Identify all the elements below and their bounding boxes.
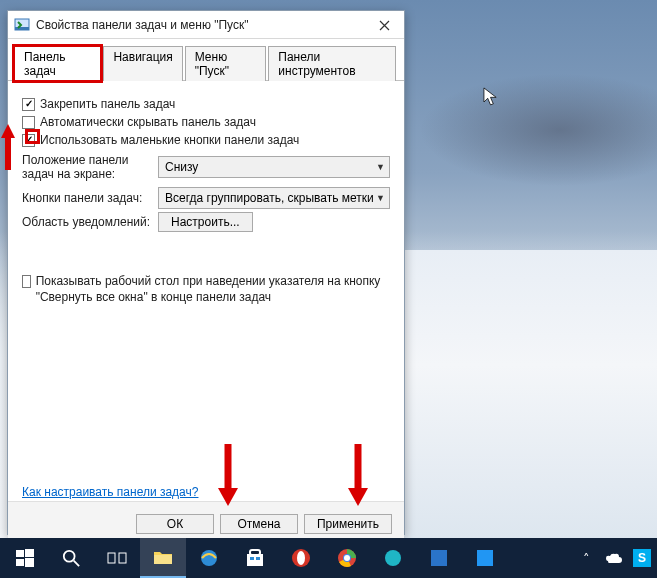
svg-line-7 [74,561,79,566]
svg-rect-2 [16,550,24,557]
taskbar[interactable]: ˄ S [0,538,657,578]
configure-button[interactable]: Настроить... [158,212,253,232]
taskbar-app-generic3[interactable] [462,538,508,578]
windows-logo-icon [16,549,34,567]
checkbox-lock-taskbar[interactable] [22,98,35,111]
titlebar[interactable]: Свойства панели задач и меню "Пуск" [8,11,404,39]
checkbox-label: Использовать маленькие кнопки панели зад… [40,133,299,147]
svg-rect-8 [108,553,115,563]
opera-icon [291,548,311,568]
task-view-button[interactable] [94,538,140,578]
svg-point-21 [385,550,401,566]
search-button[interactable] [48,538,94,578]
folder-icon [153,549,173,565]
tray-onedrive-icon[interactable] [605,549,623,567]
svg-rect-4 [16,559,24,566]
label-notify: Область уведомлений: [22,215,152,229]
select-value: Снизу [165,160,198,174]
close-button[interactable] [364,11,404,39]
help-link[interactable]: Как настраивать панели задач? [22,485,198,499]
checkbox-label: Показывать рабочий стол при наведении ук… [36,273,390,305]
tab-taskbar[interactable]: Панель задач [14,46,101,81]
checkbox-label: Автоматически скрывать панель задач [40,115,256,129]
window-title: Свойства панели задач и меню "Пуск" [36,18,249,32]
svg-rect-15 [256,557,260,560]
svg-rect-5 [25,558,34,567]
app-icon [383,548,403,568]
svg-rect-1 [15,27,29,30]
svg-rect-23 [477,550,493,566]
label-position: Положение панели задач на экране: [22,153,152,181]
svg-rect-10 [154,555,172,564]
desktop-wallpaper-lower [400,250,657,538]
svg-rect-14 [250,557,254,560]
select-buttons[interactable]: Всегда группировать, скрывать метки ▼ [158,187,390,209]
select-position[interactable]: Снизу ▼ [158,156,390,178]
checkbox-peek-desktop[interactable] [22,275,31,288]
tray-chevron-up-icon[interactable]: ˄ [577,549,595,567]
app-icon [14,17,30,33]
apply-button[interactable]: Применить [304,514,392,534]
svg-point-20 [344,555,350,561]
ok-button[interactable]: ОК [136,514,214,534]
app-icon [475,548,495,568]
start-button[interactable] [2,538,48,578]
tab-label: Меню "Пуск" [195,50,229,78]
taskbar-app-generic2[interactable] [416,538,462,578]
svg-point-17 [297,551,305,565]
svg-rect-9 [119,553,126,563]
cancel-button[interactable]: Отмена [220,514,298,534]
search-icon [62,549,80,567]
ie-icon [199,548,219,568]
close-icon [379,20,390,31]
checkbox-autohide[interactable] [22,116,35,129]
system-tray: ˄ S [577,549,655,567]
tray-skype-icon[interactable]: S [633,549,651,567]
tab-content: Закрепить панель задач Автоматически скр… [8,81,404,501]
label-buttons: Кнопки панели задач: [22,191,152,205]
tab-label: Панель задач [24,50,65,78]
taskbar-app-generic1[interactable] [370,538,416,578]
taskbar-app-chrome[interactable] [324,538,370,578]
annotation-outline [25,129,40,144]
taskbar-app-opera[interactable] [278,538,324,578]
tab-label: Панели инструментов [278,50,355,78]
store-icon [245,548,265,568]
chevron-down-icon: ▼ [376,162,385,172]
chevron-down-icon: ▼ [376,193,385,203]
taskbar-app-store[interactable] [232,538,278,578]
chrome-icon [337,548,357,568]
task-view-icon [107,550,127,566]
taskbar-app-ie[interactable] [186,538,232,578]
svg-text:S: S [638,551,646,565]
app-icon [429,548,449,568]
tab-navigation[interactable]: Навигация [103,46,182,81]
tab-strip: Панель задач Навигация Меню "Пуск" Панел… [8,39,404,81]
svg-point-6 [64,551,75,562]
taskbar-properties-window: Свойства панели задач и меню "Пуск" Пане… [7,10,405,535]
select-value: Всегда группировать, скрывать метки [165,191,374,205]
svg-rect-22 [431,550,447,566]
taskbar-app-explorer[interactable] [140,538,186,578]
svg-rect-13 [250,550,260,555]
svg-rect-3 [25,549,34,557]
checkbox-label: Закрепить панель задач [40,97,175,111]
tab-toolpanels[interactable]: Панели инструментов [268,46,396,81]
tab-startmenu[interactable]: Меню "Пуск" [185,46,267,81]
tab-label: Навигация [113,50,172,64]
svg-point-11 [201,550,217,566]
